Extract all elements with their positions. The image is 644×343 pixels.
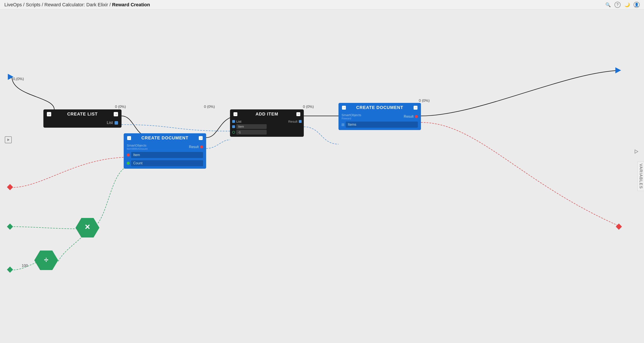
create-list-header: → CREATE LIST → — [44, 109, 122, 119]
add-item-result-right: Result — [288, 120, 302, 123]
create-list-output-port[interactable]: → — [114, 112, 118, 116]
create-doc-2-body: SmartObjects Reward Result Items — [338, 112, 421, 130]
header-icons: 🔍 ? 🌙 👤 — [605, 2, 640, 8]
add-item-value-port[interactable] — [232, 131, 235, 134]
breadcrumb-path: LiveOps / Scripts / Reward Calculator: D… — [4, 2, 112, 8]
create-doc-1-count-row: Count — [127, 160, 203, 167]
node-multiply[interactable]: × — [76, 216, 100, 240]
create-doc-2-title: CREATE DOCUMENT — [346, 105, 414, 110]
diamond-red-right[interactable] — [616, 224, 622, 230]
create-list-body: List — [44, 119, 122, 128]
create-list-output-label: List — [107, 121, 113, 125]
create-doc-2-output-port[interactable]: → — [414, 106, 418, 110]
dark-mode-icon[interactable]: 🌙 — [624, 2, 630, 8]
create-doc-2-result-port[interactable] — [415, 115, 418, 118]
user-icon[interactable]: 👤 — [634, 2, 640, 8]
add-item-result-port[interactable] — [299, 120, 302, 123]
node-create-doc-1[interactable]: → CREATE DOCUMENT → SmartObjects ItemWit… — [124, 133, 206, 169]
flow-add-item-out: 0 (0%) — [303, 105, 314, 109]
expand-button[interactable] — [5, 136, 12, 143]
create-doc-2-input-port[interactable]: → — [342, 106, 346, 110]
create-doc-1-body: SmartObjects ItemWithAmount Result Item … — [124, 143, 206, 169]
flow-create-doc2-out: 0 (0%) — [419, 99, 430, 103]
diamond-red-left[interactable] — [7, 184, 13, 190]
create-doc-1-count-field: Count — [131, 160, 203, 166]
create-doc-1-item-row: Item — [127, 151, 203, 159]
create-doc-2-items-row: Items — [342, 121, 418, 128]
expand-button-right[interactable] — [633, 149, 639, 155]
flow-create-list-out: 0 (0%) — [115, 105, 126, 109]
create-doc-1-title: CREATE DOCUMENT — [131, 135, 199, 140]
add-item-value-field[interactable]: -1 — [236, 130, 267, 135]
add-item-body: List Result Item -1 — [230, 119, 304, 137]
add-item-list-port[interactable] — [232, 120, 235, 123]
create-doc-1-item-port[interactable] — [127, 153, 130, 157]
diamond-green-multiply-in[interactable] — [7, 224, 13, 230]
add-item-list-left: List — [232, 120, 241, 123]
create-list-output-data-port[interactable] — [114, 121, 118, 125]
current-page: Reward Creation — [112, 2, 150, 8]
canvas[interactable]: 0,(0%) → CREATE LIST → List 0 (0%) → CRE… — [0, 10, 644, 343]
variables-tab[interactable]: VARIABLES — [638, 162, 644, 191]
add-item-input-port[interactable]: → — [234, 112, 238, 116]
add-item-list-row: List Result — [232, 120, 302, 123]
add-item-output-port[interactable]: → — [296, 112, 300, 116]
header: LiveOps / Scripts / Reward Calculator: D… — [0, 0, 644, 10]
add-item-header: → ADD ITEM → — [230, 109, 304, 119]
create-doc-1-result-port[interactable] — [200, 145, 203, 149]
create-doc-2-subtype: Reward — [342, 117, 361, 120]
create-doc-1-header: → CREATE DOCUMENT → — [124, 133, 206, 143]
create-doc-2-type-block: SmartObjects Reward — [342, 113, 361, 120]
flow-label-start: 0,(0%) — [13, 77, 24, 81]
create-doc-1-type-block: SmartObjects ItemWithAmount — [127, 144, 148, 150]
create-doc-2-result-label: Result — [404, 115, 414, 119]
create-doc-1-item-field: Item — [131, 152, 203, 158]
add-item-title: ADD ITEM — [238, 112, 296, 117]
create-doc-1-count-port[interactable] — [127, 162, 130, 165]
end-node-right[interactable] — [614, 66, 622, 76]
svg-marker-3 — [635, 150, 638, 153]
svg-text:×: × — [85, 222, 90, 232]
add-item-item-port[interactable] — [232, 125, 235, 128]
node-divide[interactable]: ÷ — [34, 248, 58, 272]
create-doc-1-output-port[interactable]: → — [199, 136, 203, 140]
create-doc-2-result-right: Result — [404, 115, 418, 119]
create-doc-2-items-field: Items — [346, 122, 418, 128]
create-doc-2-type-row: SmartObjects Reward Result — [342, 113, 418, 120]
create-doc-2-type: SmartObjects — [342, 113, 361, 117]
svg-marker-0 — [8, 74, 14, 80]
flow-add-item-in: 0 (0%) — [204, 105, 215, 109]
node-create-doc-2[interactable]: → CREATE DOCUMENT → SmartObjects Reward … — [338, 103, 421, 130]
create-doc-1-subtype: ItemWithAmount — [127, 147, 148, 150]
add-item-item-row: Item — [232, 124, 302, 129]
svg-marker-1 — [8, 139, 10, 141]
add-item-item-field[interactable]: Item — [236, 124, 267, 129]
value-100: 100 — [22, 263, 28, 268]
create-doc-1-result-row: Result — [189, 145, 203, 149]
add-item-value-row: -1 — [232, 130, 302, 135]
breadcrumb: LiveOps / Scripts / Reward Calculator: D… — [4, 2, 150, 8]
create-doc-1-type-row: SmartObjects ItemWithAmount Result — [127, 144, 203, 150]
search-icon[interactable]: 🔍 — [605, 2, 611, 8]
add-item-result-label: Result — [288, 120, 298, 123]
help-icon[interactable]: ? — [614, 2, 620, 8]
svg-marker-2 — [615, 67, 621, 73]
diamond-green-divide-in[interactable] — [7, 267, 13, 273]
create-doc-1-result-label: Result — [189, 145, 199, 149]
create-list-title: CREATE LIST — [51, 112, 114, 117]
create-doc-1-type: SmartObjects — [127, 144, 148, 147]
create-list-input-port[interactable]: → — [47, 112, 51, 116]
node-add-item[interactable]: → ADD ITEM → List Result — [230, 109, 304, 137]
create-doc-2-header: → CREATE DOCUMENT → — [338, 103, 421, 112]
create-doc-2-items-port[interactable] — [342, 123, 344, 126]
svg-text:÷: ÷ — [44, 255, 48, 264]
node-create-list[interactable]: → CREATE LIST → List — [44, 109, 122, 128]
add-item-list-label: List — [236, 120, 241, 123]
connections-svg — [0, 10, 644, 343]
create-doc-1-input-port[interactable]: → — [127, 136, 131, 140]
